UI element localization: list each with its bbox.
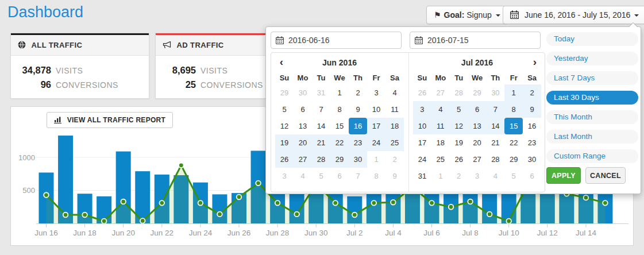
calendar-day[interactable]: 1 <box>504 84 523 101</box>
calendar-day[interactable]: 23 <box>523 134 541 151</box>
range-option-custom-range[interactable]: Custom Range <box>546 149 638 163</box>
calendar-day[interactable]: 6 <box>294 101 312 118</box>
chart-point[interactable] <box>198 200 203 206</box>
calendar-day[interactable]: 28 <box>312 151 330 168</box>
calendar-day[interactable]: 31 <box>413 168 431 184</box>
chart-point[interactable] <box>237 195 242 200</box>
calendar-day[interactable]: 16 <box>349 118 367 134</box>
chart-point[interactable] <box>391 200 396 205</box>
calendar-day[interactable]: 4 <box>486 168 504 184</box>
calendar-day[interactable]: 3 <box>468 168 487 184</box>
calendar-day[interactable]: 24 <box>413 151 431 168</box>
calendar-day[interactable]: 6 <box>468 101 487 118</box>
calendar-day[interactable]: 20 <box>294 134 312 151</box>
calendar-day[interactable]: 31 <box>312 84 330 101</box>
calendar-day[interactable]: 18 <box>385 118 404 134</box>
calendar-day[interactable]: 11 <box>431 118 450 134</box>
calendar-day[interactable]: 30 <box>294 84 312 101</box>
calendar-day[interactable]: 16 <box>523 118 541 134</box>
calendar-day[interactable]: 9 <box>385 168 404 184</box>
calendar-day[interactable]: 4 <box>294 168 312 184</box>
calendar-day[interactable]: 13 <box>294 118 312 134</box>
calendar-day[interactable]: 3 <box>413 101 431 118</box>
calendar-day[interactable]: 5 <box>450 101 468 118</box>
chart-point[interactable] <box>217 212 222 217</box>
calendar-day[interactable]: 29 <box>504 151 523 168</box>
calendar-day[interactable]: 1 <box>330 84 349 101</box>
calendar-day[interactable]: 17 <box>367 118 385 134</box>
calendar-day[interactable]: 22 <box>504 134 523 151</box>
calendar-day[interactable]: 5 <box>275 101 294 118</box>
calendar-day[interactable]: 30 <box>523 151 541 168</box>
calendar-day[interactable]: 21 <box>486 134 504 151</box>
chart-point[interactable] <box>449 204 454 210</box>
calendar-day[interactable]: 15 <box>504 118 523 134</box>
calendar-day[interactable]: 14 <box>486 118 504 134</box>
chart-point[interactable] <box>487 212 492 217</box>
chart-point[interactable] <box>584 195 589 200</box>
calendar-day[interactable]: 5 <box>312 168 330 184</box>
calendar-day[interactable]: 4 <box>431 101 450 118</box>
calendar-day[interactable]: 20 <box>468 134 487 151</box>
calendar-day[interactable]: 25 <box>385 134 404 151</box>
calendar-day[interactable]: 3 <box>367 84 385 101</box>
calendar-day[interactable]: 9 <box>523 101 541 118</box>
chart-point[interactable] <box>352 212 357 218</box>
calendar-day[interactable]: 6 <box>523 168 541 184</box>
calendar-day[interactable]: 4 <box>385 84 404 101</box>
calendar-day[interactable]: 27 <box>468 151 487 168</box>
calendar-day[interactable]: 26 <box>275 151 294 168</box>
calendar-day[interactable]: 2 <box>349 84 367 101</box>
calendar-day[interactable]: 2 <box>385 151 404 168</box>
calendar-day[interactable]: 27 <box>294 151 312 168</box>
calendar-day[interactable]: 12 <box>450 118 468 134</box>
prev-month-button[interactable]: ‹ <box>274 53 289 71</box>
calendar-day[interactable]: 2 <box>523 84 541 101</box>
apply-button[interactable]: APPLY <box>546 167 581 184</box>
chart-point[interactable] <box>160 200 165 206</box>
chart-point[interactable] <box>333 200 338 206</box>
calendar-day[interactable]: 6 <box>330 168 349 184</box>
calendar-day[interactable]: 15 <box>330 118 349 134</box>
calendar-day[interactable]: 19 <box>450 134 468 151</box>
calendar-day[interactable]: 21 <box>312 134 330 151</box>
calendar-day[interactable]: 2 <box>450 168 468 184</box>
range-option-this-month[interactable]: This Month <box>546 110 638 124</box>
next-month-button[interactable]: › <box>527 53 542 71</box>
range-option-yesterday[interactable]: Yesterday <box>546 52 638 65</box>
calendar-day[interactable]: 14 <box>312 118 330 134</box>
goal-dropdown-button[interactable]: ⚑Goal: Signup <box>426 6 508 24</box>
chart-point[interactable] <box>179 163 184 168</box>
start-date-input[interactable] <box>271 32 402 49</box>
cancel-button[interactable]: CANCEL <box>585 167 626 184</box>
range-option-last-30-days[interactable]: Last 30 Days <box>546 91 638 105</box>
chart-point[interactable] <box>44 192 49 198</box>
chart-point[interactable] <box>102 219 107 224</box>
calendar-day[interactable]: 19 <box>275 134 294 151</box>
range-option-today[interactable]: Today <box>546 32 638 46</box>
calendar-day[interactable]: 26 <box>450 151 468 168</box>
calendar-day[interactable]: 17 <box>413 134 431 151</box>
chart-point[interactable] <box>82 212 87 218</box>
calendar-day[interactable]: 28 <box>450 84 468 101</box>
chart-point[interactable] <box>121 199 126 204</box>
calendar-day[interactable]: 25 <box>431 151 450 168</box>
calendar-day[interactable]: 10 <box>413 118 431 134</box>
view-all-traffic-report-button[interactable]: VIEW ALL TRAFFIC REPORT <box>47 112 173 128</box>
calendar-day[interactable]: 18 <box>431 134 450 151</box>
calendar-day[interactable]: 8 <box>504 101 523 118</box>
calendar-day[interactable]: 29 <box>468 84 487 101</box>
calendar-day[interactable]: 7 <box>486 101 504 118</box>
end-date-input[interactable] <box>410 32 541 49</box>
chart-point[interactable] <box>140 218 145 223</box>
calendar-day[interactable]: 28 <box>486 151 504 168</box>
calendar-day[interactable]: 8 <box>330 101 349 118</box>
calendar-day[interactable]: 24 <box>367 134 385 151</box>
calendar-day[interactable]: 3 <box>275 168 294 184</box>
range-option-last-7-days[interactable]: Last 7 Days <box>546 71 638 85</box>
calendar-day[interactable]: 7 <box>312 101 330 118</box>
calendar-day[interactable]: 22 <box>330 134 349 151</box>
calendar-day[interactable]: 5 <box>504 168 523 184</box>
chart-point[interactable] <box>256 181 261 186</box>
chart-point[interactable] <box>603 200 608 206</box>
